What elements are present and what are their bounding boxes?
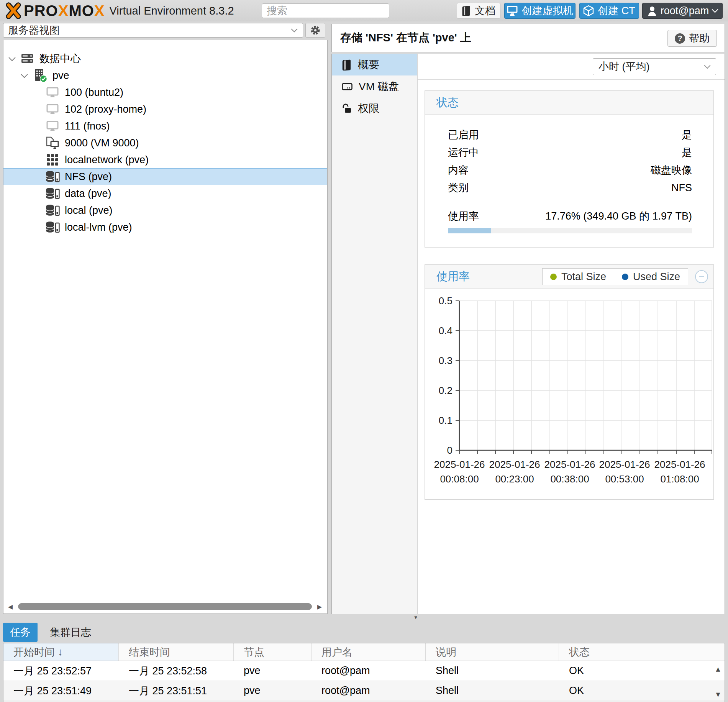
tree-item-vm-111[interactable]: 111 (fnos) bbox=[3, 118, 327, 134]
gear-icon bbox=[310, 25, 320, 35]
status-body: 已启用是 运行中是 内容磁盘映像 类别NFS 使用率17.76% (349.40… bbox=[425, 115, 713, 233]
book-icon bbox=[342, 59, 352, 71]
tree-item-template-9000[interactable]: 9000 (VM 9000) bbox=[3, 134, 327, 151]
node-online-icon bbox=[33, 69, 48, 82]
column-status[interactable]: 状态 bbox=[559, 643, 725, 661]
chart-title: 使用率 bbox=[436, 269, 470, 284]
tab-tasks[interactable]: 任务 bbox=[3, 623, 38, 642]
question-icon: ? bbox=[675, 33, 685, 44]
caret-expanded-icon[interactable] bbox=[8, 54, 15, 61]
graph-toolbar: 小时 (平均) bbox=[418, 54, 725, 80]
resource-tree: 数据中心 pve 100 (buntu2) 102 (proxy-home) 1… bbox=[3, 40, 328, 614]
scroll-right-icon[interactable]: ▸ bbox=[315, 601, 324, 612]
task-row[interactable]: 一月 25 23:52:57 一月 25 23:52:58 pve root@p… bbox=[3, 661, 725, 681]
tab-summary[interactable]: 概要 bbox=[332, 54, 417, 75]
legend-used-size[interactable]: Used Size bbox=[614, 268, 688, 285]
y-tick: 0.5 bbox=[439, 295, 453, 307]
user-menu-button[interactable]: root@pam bbox=[642, 3, 723, 19]
caret-expanded-icon[interactable] bbox=[21, 71, 28, 78]
status-row-content: 内容磁盘映像 bbox=[425, 161, 713, 179]
sdn-network-icon bbox=[45, 154, 60, 166]
storage-icon bbox=[45, 221, 60, 233]
scroll-up-icon[interactable]: ▴ bbox=[713, 664, 723, 674]
search-input[interactable] bbox=[262, 3, 389, 18]
top-bar: PROXMOX Virtual Environment 8.3.2 文档 创建虚… bbox=[0, 0, 728, 21]
scroll-left-icon[interactable]: ◂ bbox=[6, 601, 15, 612]
tab-cluster-log[interactable]: 集群日志 bbox=[48, 623, 93, 642]
status-row-type: 类别NFS bbox=[425, 179, 713, 197]
y-tick: 0.3 bbox=[439, 355, 453, 366]
tree-item-datacenter[interactable]: 数据中心 bbox=[3, 50, 327, 67]
page-title: 存储 'NFS' 在节点 'pve' 上 bbox=[340, 30, 471, 46]
status-section-header: 状态 bbox=[425, 91, 713, 115]
y-tick: 0 bbox=[447, 444, 453, 456]
collapse-chart-icon[interactable]: − bbox=[695, 270, 708, 283]
x-tick-time: 01:08:00 bbox=[660, 473, 699, 485]
tree-item-storage-nfs[interactable]: NFS (pve) bbox=[3, 168, 327, 185]
tree-horizontal-scrollbar[interactable]: ◂ ▸ bbox=[6, 601, 324, 612]
storage-icon bbox=[45, 171, 60, 183]
view-selector-combo[interactable]: 服务器视图 bbox=[3, 23, 303, 38]
proxmox-x-icon bbox=[5, 2, 22, 20]
chevron-down-icon bbox=[712, 7, 718, 13]
scrollbar-thumb[interactable] bbox=[18, 603, 312, 610]
tree-item-storage-local-lvm[interactable]: local-lvm (pve) bbox=[3, 219, 327, 236]
bottom-panel-collapse-handle[interactable]: ▾ bbox=[398, 615, 433, 621]
chart-legend: Total Size Used Size bbox=[542, 268, 688, 285]
timeframe-selector[interactable]: 小时 (平均) bbox=[593, 58, 716, 75]
usage-progress-bar bbox=[448, 228, 692, 233]
tree-item-vm-102[interactable]: 102 (proxy-home) bbox=[3, 101, 327, 118]
x-tick-time: 00:23:00 bbox=[495, 473, 534, 485]
user-icon bbox=[648, 6, 657, 16]
chart-body: 0.5 0.4 0.3 0.2 0.1 0 2025-01-26 00:08:0… bbox=[425, 289, 713, 499]
create-ct-button[interactable]: 创建 CT bbox=[579, 3, 639, 19]
sort-desc-icon: ↓ bbox=[58, 646, 63, 658]
help-button[interactable]: ? 帮助 bbox=[667, 30, 717, 47]
logo-text: PROXMOX bbox=[24, 2, 105, 20]
tree-item-node-pve[interactable]: pve bbox=[3, 67, 327, 84]
storage-icon bbox=[45, 204, 60, 217]
datacenter-icon bbox=[20, 53, 35, 64]
unlock-icon bbox=[342, 103, 352, 114]
tree-settings-button[interactable] bbox=[305, 23, 325, 38]
docs-button[interactable]: 文档 bbox=[457, 3, 500, 19]
x-tick-time: 00:53:00 bbox=[605, 473, 644, 485]
proxmox-logo: PROXMOX Virtual Environment 8.3.2 bbox=[5, 2, 234, 20]
tree-item-sdn-localnetwork[interactable]: localnetwork (pve) bbox=[3, 151, 327, 168]
status-row-usage: 使用率17.76% (349.40 GB 的 1.97 TB) bbox=[425, 207, 713, 225]
tree-item-vm-100[interactable]: 100 (buntu2) bbox=[3, 84, 327, 101]
vm-template-icon bbox=[45, 136, 60, 149]
usage-value: 17.76% (349.40 GB 的 1.97 TB) bbox=[545, 209, 692, 223]
task-table-scrollbar[interactable]: ▴ ▾ bbox=[713, 663, 723, 700]
x-tick-date: 2025-01-26 bbox=[654, 459, 705, 470]
create-vm-button[interactable]: 创建虚拟机 bbox=[504, 3, 576, 19]
scroll-down-icon[interactable]: ▾ bbox=[713, 689, 723, 699]
chevron-down-icon bbox=[704, 62, 711, 69]
task-row[interactable]: 一月 25 23:51:49 一月 25 23:51:51 pve root@p… bbox=[3, 681, 725, 701]
legend-total-size[interactable]: Total Size bbox=[542, 268, 614, 285]
column-username[interactable]: 用户名 bbox=[312, 643, 426, 661]
vm-stopped-icon bbox=[45, 104, 60, 115]
vm-stopped-icon bbox=[45, 87, 60, 98]
tab-vm-disks[interactable]: VM 磁盘 bbox=[332, 75, 417, 97]
tab-permissions[interactable]: 权限 bbox=[332, 97, 417, 119]
column-description[interactable]: 说明 bbox=[426, 643, 559, 661]
content-header: 存储 'NFS' 在节点 'pve' 上 ? 帮助 bbox=[331, 24, 725, 52]
x-tick-date: 2025-01-26 bbox=[599, 459, 650, 470]
column-start-time[interactable]: 开始时间 ↓ bbox=[3, 643, 119, 661]
product-version: Virtual Environment 8.3.2 bbox=[110, 5, 234, 17]
tree-item-storage-local[interactable]: local (pve) bbox=[3, 202, 327, 219]
sidebar-header: 服务器视图 bbox=[3, 23, 328, 38]
x-tick-date: 2025-01-26 bbox=[434, 459, 485, 470]
usage-line-chart: 0.5 0.4 0.3 0.2 0.1 0 2025-01-26 00:08:0… bbox=[429, 295, 712, 494]
used-size-dot-icon bbox=[622, 274, 628, 280]
column-end-time[interactable]: 结束时间 bbox=[119, 643, 234, 661]
usage-chart-section: 使用率 Total Size Used Size − bbox=[425, 264, 714, 500]
tree-item-storage-data[interactable]: data (pve) bbox=[3, 185, 327, 202]
chevron-down-icon bbox=[291, 26, 298, 33]
x-tick-time: 00:38:00 bbox=[550, 473, 589, 485]
y-tick: 0.1 bbox=[439, 415, 453, 426]
column-node[interactable]: 节点 bbox=[234, 643, 312, 661]
storage-icon bbox=[45, 187, 60, 200]
x-tick-date: 2025-01-26 bbox=[544, 459, 595, 470]
